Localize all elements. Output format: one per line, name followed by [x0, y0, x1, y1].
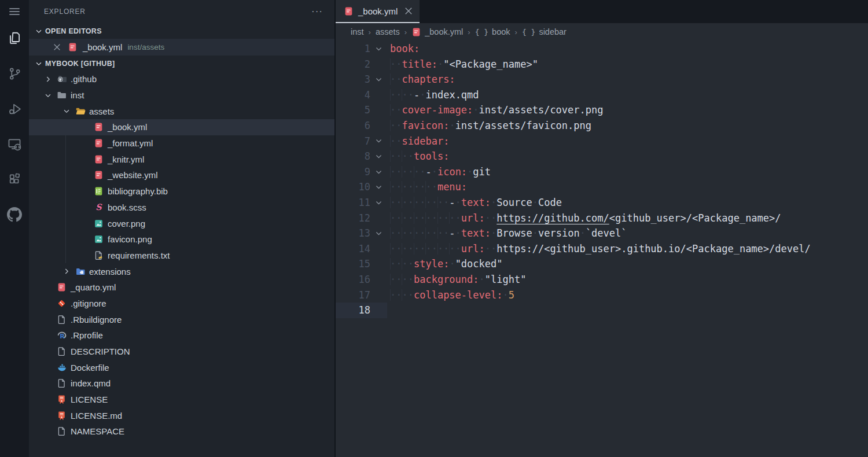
fold-chevron-icon[interactable] [370, 72, 387, 87]
chevron-right-icon[interactable] [43, 75, 57, 83]
github-icon[interactable] [1, 200, 28, 229]
code-line-content[interactable]: ··chapters: [387, 72, 455, 87]
chevron-down-icon[interactable] [61, 107, 75, 115]
fold-chevron-icon[interactable] [370, 179, 387, 195]
tree-item-book-scss[interactable]: Sbook.scss [29, 200, 334, 216]
bib-icon [94, 186, 106, 196]
fold-spacer [370, 272, 387, 288]
code-line-2: 2··title:·"<Package_name>" [336, 57, 868, 72]
tree-item--format-yml[interactable]: _format.yml [29, 135, 334, 152]
breadcrumb-item--book-yml[interactable]: _book.yml [411, 27, 463, 37]
code-line-content[interactable]: ··cover-image:·inst/assets/cover.png [387, 102, 604, 118]
code-line-content[interactable]: ··········-·text:·Source·Code [387, 195, 562, 211]
tree-item--rbuildignore[interactable]: .Rbuildignore [29, 311, 334, 327]
tree-item-dockerfile[interactable]: Dockerfile [29, 359, 334, 375]
more-actions-icon[interactable]: ··· [311, 9, 323, 14]
fold-chevron-icon[interactable] [370, 134, 387, 149]
tree-item-label: assets [89, 106, 114, 116]
tree-item--knitr-yml[interactable]: _knitr.yml [29, 151, 334, 167]
source-control-icon[interactable] [1, 59, 28, 88]
chevron-right-icon[interactable] [61, 267, 75, 275]
tab-book-yml[interactable]: _book.yml [336, 0, 420, 23]
debug-icon[interactable] [1, 94, 28, 123]
breadcrumb-item-book[interactable]: { }book [475, 27, 510, 36]
tree-item-label: cover.png [108, 219, 145, 228]
close-icon[interactable] [404, 7, 413, 15]
tree-item-cover-png[interactable]: cover.png [29, 215, 334, 231]
code-line-content[interactable]: ····collapse-level:·5 [387, 288, 514, 303]
code-line-content[interactable]: book: [387, 41, 420, 57]
license-icon [57, 411, 69, 421]
yaml-icon [57, 282, 69, 292]
fold-chevron-icon[interactable] [370, 195, 387, 211]
tree-item--website-yml[interactable]: _website.yml [29, 167, 334, 183]
code-line-content[interactable]: ··sidebar: [387, 134, 449, 149]
indent-guide [65, 119, 66, 135]
open-editor-item[interactable]: _book.yml inst/assets [29, 39, 334, 56]
code-line-content[interactable]: ····tools: [387, 149, 449, 164]
tree-item-inst[interactable]: inst [29, 87, 334, 104]
workspace-label: MYBOOK [GITHUB] [45, 60, 115, 68]
tree-item-favicon-png[interactable]: favicon.png [29, 231, 334, 248]
breadcrumb-item-assets[interactable]: assets [376, 27, 400, 36]
workspace-section-header[interactable]: MYBOOK [GITHUB] [29, 56, 334, 71]
open-editors-section-header[interactable]: OPEN EDITORS [29, 23, 334, 39]
tree-item-requirements-txt[interactable]: requirements.txt [29, 248, 334, 264]
menu-icon[interactable] [1, 0, 28, 23]
tree-item--book-yml[interactable]: _book.yml [29, 119, 334, 135]
yaml-icon [94, 138, 106, 148]
chevron-down-icon[interactable] [43, 91, 57, 99]
line-number: 1 [336, 41, 370, 57]
tree-item-description[interactable]: DESCRIPTION [29, 344, 334, 360]
breadcrumb-item-inst[interactable]: inst [351, 27, 364, 36]
code-editor[interactable]: 1book:2··title:·"<Package_name>"3··chapt… [336, 40, 868, 457]
extensions-icon[interactable] [1, 165, 28, 194]
file-icon [57, 378, 69, 388]
tree-item-bibliography-bib[interactable]: bibliography.bib [29, 183, 334, 200]
tree-item-label: _knitr.yml [108, 154, 144, 164]
folder-icon [57, 90, 69, 100]
code-line-content[interactable] [387, 303, 390, 318]
indent-guide [65, 135, 66, 152]
tree-item-label: _quarto.yml [71, 282, 116, 292]
breadcrumb-label: book [492, 27, 510, 36]
code-line-content[interactable]: ······-·icon:·git [387, 164, 491, 180]
tree-item--rprofile[interactable]: R.Rprofile [29, 327, 334, 344]
folder-assets-icon [75, 106, 88, 116]
fold-chevron-icon[interactable] [370, 226, 387, 241]
tree-item--github[interactable]: .github [29, 71, 334, 87]
tree-item-label: favicon.png [108, 234, 152, 244]
indent-guide [65, 167, 66, 183]
tree-item--quarto-yml[interactable]: _quarto.yml [29, 279, 334, 296]
line-number: 6 [336, 118, 370, 134]
code-line-content[interactable]: ··········-·text:·Browse·version·`devel` [387, 226, 627, 241]
files-icon[interactable] [1, 24, 28, 53]
code-line-content[interactable]: ··title:·"<Package_name>" [387, 57, 538, 72]
tree-item-assets[interactable]: assets [29, 103, 334, 119]
tree-item-index-qmd[interactable]: index.qmd [29, 375, 334, 392]
code-line-content[interactable]: ····-·index.qmd [387, 87, 479, 103]
activity-bar [0, 0, 29, 457]
remote-icon[interactable] [1, 130, 28, 159]
fold-spacer [370, 211, 387, 226]
code-line-content[interactable]: ········menu: [387, 179, 467, 195]
code-line-content[interactable]: ············url:··https://github.com/<gi… [387, 211, 781, 226]
line-number: 12 [336, 211, 370, 226]
code-line-content[interactable]: ····background:·"light" [387, 272, 526, 288]
code-line-content[interactable]: ··favicon:·inst/assets/favicon.png [387, 118, 591, 134]
tree-item-extensions[interactable]: extensions [29, 263, 334, 279]
code-line-content[interactable]: ····style:·"docked" [387, 256, 503, 272]
tab-bar: _book.yml [336, 0, 868, 23]
tree-item-license[interactable]: LICENSE [29, 392, 334, 408]
fold-chevron-icon[interactable] [370, 149, 387, 164]
close-icon[interactable] [53, 43, 61, 51]
code-line-14: 14············url:··https://<github_user… [336, 241, 868, 257]
sass-icon: S [94, 202, 106, 212]
breadcrumb-item-sidebar[interactable]: { }sidebar [522, 27, 567, 36]
tree-item-license-md[interactable]: LICENSE.md [29, 407, 334, 423]
code-line-content[interactable]: ············url:··https://<github_user>.… [387, 241, 811, 257]
tree-item-namespace[interactable]: NAMESPACE [29, 423, 334, 440]
fold-chevron-icon[interactable] [370, 41, 387, 57]
tree-item--gitignore[interactable]: .gitignore [29, 296, 334, 312]
fold-chevron-icon[interactable] [370, 164, 387, 180]
